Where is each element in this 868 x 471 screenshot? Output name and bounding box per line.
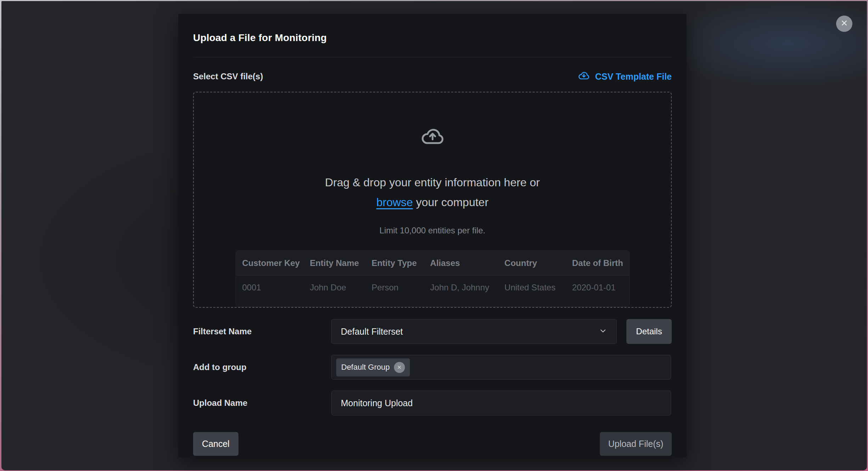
cloud-upload-icon bbox=[419, 123, 446, 151]
column-header: Country bbox=[498, 258, 566, 268]
chevron-down-icon bbox=[599, 327, 607, 336]
filterset-selected-value: Default Filterset bbox=[341, 327, 403, 337]
close-icon bbox=[840, 19, 848, 28]
upload-name-label: Upload Name bbox=[193, 398, 331, 408]
csv-preview-table: Customer Key Entity Name Entity Type Ali… bbox=[236, 250, 630, 307]
x-icon bbox=[397, 365, 402, 370]
filterset-name-label: Filterset Name bbox=[193, 327, 331, 336]
table-cell: United States bbox=[498, 307, 566, 307]
browse-link[interactable]: browse bbox=[376, 196, 413, 209]
dropzone-instructions: Drag & drop your entity information here… bbox=[325, 172, 540, 212]
select-csv-label: Select CSV file(s) bbox=[193, 72, 263, 81]
table-cell: 0001 bbox=[236, 283, 304, 293]
cloud-download-icon bbox=[577, 69, 590, 84]
table-header-row: Customer Key Entity Name Entity Type Ali… bbox=[236, 251, 629, 276]
table-cell: John D, Johnny bbox=[424, 283, 498, 293]
details-button[interactable]: Details bbox=[626, 319, 672, 344]
table-row: 0001 John Doe Person John D, Johnny Unit… bbox=[236, 276, 629, 300]
csv-template-link[interactable]: CSV Template File bbox=[577, 69, 672, 84]
group-input[interactable]: Default Group bbox=[331, 355, 671, 380]
dropzone-line2: your computer bbox=[413, 196, 488, 209]
group-chip-label: Default Group bbox=[341, 363, 390, 372]
group-chip: Default Group bbox=[336, 358, 410, 376]
add-to-group-label: Add to group bbox=[193, 362, 331, 372]
modal-title: Upload a File for Monitoring bbox=[193, 14, 672, 44]
chip-remove-button[interactable] bbox=[394, 362, 405, 373]
table-row: 0002 Jane Doe Person Jane D, Jane United… bbox=[236, 300, 629, 307]
divider bbox=[193, 57, 672, 57]
dropzone-line1: Drag & drop your entity information here… bbox=[325, 176, 540, 189]
table-cell: Person bbox=[365, 307, 424, 307]
table-cell: 2020-01-01 bbox=[566, 283, 629, 293]
table-cell: Person bbox=[365, 283, 424, 293]
column-header: Aliases bbox=[424, 258, 498, 268]
upload-files-button[interactable]: Upload File(s) bbox=[600, 432, 672, 456]
table-cell: Jane D, Jane bbox=[424, 307, 498, 307]
column-header: Entity Type bbox=[365, 258, 424, 268]
entity-limit-note: Limit 10,000 entities per file. bbox=[379, 226, 485, 235]
table-cell: Jane Doe bbox=[303, 307, 365, 307]
upload-modal: Upload a File for Monitoring Select CSV … bbox=[178, 14, 687, 458]
column-header: Entity Name bbox=[303, 258, 365, 268]
table-cell: 0002 bbox=[236, 307, 304, 307]
table-cell: John Doe bbox=[303, 283, 365, 293]
file-dropzone[interactable]: Drag & drop your entity information here… bbox=[193, 92, 672, 308]
close-button[interactable] bbox=[836, 16, 852, 32]
column-header: Customer Key bbox=[236, 258, 304, 268]
cancel-button[interactable]: Cancel bbox=[193, 432, 238, 456]
table-cell: 2020-01-01 bbox=[566, 307, 629, 307]
table-cell: United States bbox=[498, 283, 566, 293]
upload-name-input[interactable] bbox=[331, 391, 671, 415]
csv-template-link-label: CSV Template File bbox=[595, 72, 672, 82]
column-header: Date of Birth bbox=[566, 258, 629, 268]
filterset-select[interactable]: Default Filterset bbox=[331, 319, 617, 344]
